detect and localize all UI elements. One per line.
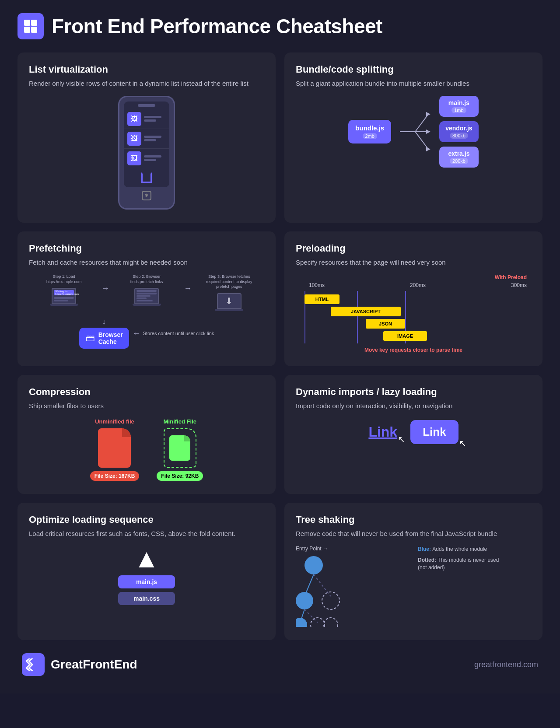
- bundle-diagram: bundle.js 2mb main.js 1mb: [296, 96, 531, 168]
- card-desc-prefetch: Fetch and cache resources that might be …: [29, 258, 264, 268]
- card-desc-tree: Remove code that will never be used from…: [296, 529, 531, 539]
- footer-logo: [22, 653, 45, 676]
- card-desc-compression: Ship smaller files to users: [29, 401, 264, 411]
- svg-marker-10: [426, 147, 430, 151]
- minified-file: Minified File File Size: 92KB: [157, 418, 203, 481]
- footer-url: greatfrontend.com: [474, 660, 538, 669]
- card-preloading: Preloading Specify resources that the pa…: [284, 231, 542, 367]
- svg-rect-1: [31, 20, 37, 26]
- stores-label-area: ← Stores content until user click link: [133, 329, 214, 338]
- unminified-file: Unminified file File Size: 167KB: [90, 418, 140, 481]
- bundle-output-extra: extra.js 200kb: [439, 147, 478, 168]
- svg-rect-3: [31, 27, 37, 33]
- page-container: Front End Performance Cheatsheet List vi…: [0, 0, 560, 693]
- svg-rect-2: [24, 27, 30, 33]
- prefetch-steps-row: Step 1: Loadhttps://example.com Waiting …: [29, 274, 264, 311]
- card-desc-preload: Specify resources that the page will nee…: [296, 258, 531, 268]
- page-title: Front End Performance Cheatsheet: [52, 14, 382, 38]
- card-dynamic-imports: Dynamic imports / lazy loading Import co…: [284, 375, 542, 494]
- phone-illustration: 🖼 🖼: [29, 96, 264, 210]
- phone: 🖼 🖼: [118, 96, 175, 210]
- svg-line-12: [314, 574, 331, 596]
- card-desc-list-virt: Render only visible rows of content in a…: [29, 79, 264, 89]
- header: Front End Performance Cheatsheet: [18, 13, 542, 39]
- legend-dotted: Dotted: This module is never used(not ad…: [418, 556, 531, 571]
- unminified-label: Unminified file: [95, 418, 134, 425]
- card-desc-optimize: Load critical resources first such as fo…: [29, 529, 264, 539]
- bundle-source-file: bundle.js 2mb: [348, 120, 391, 144]
- card-list-virtualization: List virtualization Render only visible …: [18, 52, 276, 223]
- main-css-badge: main.css: [118, 592, 175, 605]
- card-title-preload: Preloading: [296, 243, 531, 254]
- link-plain-wrapper: Link ↖: [368, 424, 397, 440]
- legend-blue: Blue: Adds the whole module: [418, 546, 531, 553]
- card-compression: Compression Ship smaller files to users …: [18, 375, 276, 494]
- svg-line-7: [415, 132, 428, 149]
- link-button-wrapper: Link ↖: [410, 420, 458, 444]
- card-title-prefetch: Prefetching: [29, 243, 264, 254]
- database-icon: 🗃: [85, 332, 95, 344]
- card-optimize-loading: Optimize loading sequence Load critical …: [18, 503, 276, 640]
- svg-point-13: [296, 592, 313, 609]
- preload-bottom-label: Move key requests closer to parse time: [296, 347, 531, 353]
- compression-files: Unminified file File Size: 167KB Minifie…: [29, 418, 264, 481]
- cursor-icon-button: ↖: [459, 438, 466, 448]
- tree-visual: Entry Point →: [296, 546, 409, 627]
- card-title-compression: Compression: [29, 386, 264, 398]
- cursor-icon-plain: ↖: [398, 434, 405, 444]
- card-title-bundle: Bundle/code splitting: [296, 64, 531, 75]
- minified-size: File Size: 92KB: [157, 471, 203, 481]
- prefetch-step-3: Step 3: Browser fetchesrequired content …: [194, 274, 264, 311]
- card-title-optimize: Optimize loading sequence: [29, 514, 264, 525]
- card-desc-dynamic: Import code only on interaction, visibil…: [296, 401, 531, 411]
- laptop-2: [133, 288, 161, 306]
- header-icon: [18, 13, 44, 39]
- bar-html: HTML: [304, 294, 340, 304]
- main-grid: List virtualization Render only visible …: [18, 52, 542, 640]
- card-title-dynamic: Dynamic imports / lazy loading: [296, 386, 531, 398]
- svg-marker-9: [426, 130, 430, 134]
- svg-point-14: [322, 592, 340, 609]
- prefetch-diagram: Step 1: Loadhttps://example.com Waiting …: [29, 274, 264, 349]
- unminified-icon: [98, 428, 131, 468]
- minified-icon: [164, 428, 196, 468]
- bundle-outputs: main.js 1mb vendor.js 800kb extra.js 200…: [439, 96, 478, 168]
- footer-logo-icon: [26, 658, 40, 671]
- minified-label: Minified File: [164, 418, 196, 425]
- svg-rect-0: [24, 20, 30, 26]
- footer-brand: GreatFrontEnd: [22, 653, 137, 676]
- tree-diagram: Entry Point →: [296, 546, 531, 627]
- optimize-illustration: ▲ main.js main.css: [29, 546, 264, 605]
- svg-line-5: [415, 114, 428, 132]
- card-title-tree: Tree shaking: [296, 514, 531, 525]
- entry-point-label: Entry Point →: [296, 546, 328, 552]
- prefetch-arrow-2: →: [184, 284, 192, 293]
- browser-cache-box: 🗃 Browser Cache: [79, 328, 129, 349]
- prefetch-step-1: Step 1: Loadhttps://example.com Waiting …: [29, 274, 99, 306]
- bar-javascript: JAVASCRIPT: [331, 307, 401, 316]
- node-entry: [304, 556, 323, 574]
- upload-arrow-icon: ▲: [133, 546, 159, 572]
- tree-connections-svg: [296, 574, 383, 627]
- prefetch-step-2: Step 2: Browserfinds prefetch links: [112, 274, 182, 306]
- unminified-size: File Size: 167KB: [90, 471, 140, 481]
- laptop-3: ⬇: [215, 293, 243, 311]
- card-bundle-splitting: Bundle/code splitting Split a giant appl…: [284, 52, 542, 223]
- entry-node: [304, 556, 323, 574]
- laptop-1: Waiting forhttps://example.com: [50, 288, 78, 306]
- bundle-output-main: main.js 1mb: [439, 96, 478, 117]
- bar-json: JSON: [366, 319, 405, 329]
- link-plain[interactable]: Link: [368, 424, 397, 440]
- link-button[interactable]: Link: [410, 420, 458, 444]
- tree-nodes-container: [296, 556, 383, 627]
- card-tree-shaking: Tree shaking Remove code that will never…: [284, 503, 542, 640]
- timeline-200ms: 200ms: [410, 282, 426, 288]
- card-title-list-virt: List virtualization: [29, 64, 264, 75]
- dynamic-links: Link ↖ Link ↖: [296, 420, 531, 444]
- with-preload-label: With Preload: [296, 274, 527, 280]
- tree-legend: Blue: Adds the whole module Dotted: This…: [418, 546, 531, 574]
- svg-point-19: [324, 618, 338, 627]
- timeline-100ms: 100ms: [309, 282, 325, 288]
- svg-line-16: [304, 609, 318, 623]
- svg-point-17: [296, 618, 307, 627]
